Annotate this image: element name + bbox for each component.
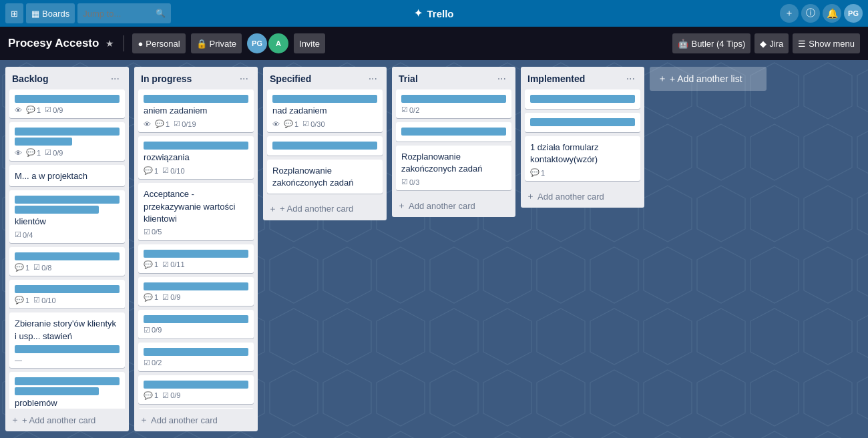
member-avatar-2[interactable]: A <box>268 33 288 53</box>
card-title-i3: 1 działa formularz kontaktowy(wzór) <box>530 142 635 166</box>
home-button[interactable]: ⊞ <box>5 3 23 23</box>
card-b4[interactable]: klientów ☑ 0/4 <box>9 190 125 243</box>
personal-icon: ● <box>138 39 143 49</box>
card-subtitle: aniem zadaniem <box>144 105 248 117</box>
butler-button[interactable]: 🤖 Butler (4 Tips) <box>672 33 750 53</box>
card-title-redacted <box>144 95 248 103</box>
private-tag[interactable]: 🔒 Private <box>191 33 242 53</box>
card-s2[interactable] <box>267 136 383 156</box>
show-menu-label: Show menu <box>809 39 855 49</box>
check-icon: ☑ <box>45 148 51 157</box>
list-menu-button-trial[interactable]: ··· <box>495 72 509 85</box>
comment-icon: 💬 <box>15 296 24 304</box>
card-meta-checklist: ☑ 0/9 <box>45 105 63 114</box>
add-card-button-trial[interactable]: ＋ Add another card <box>392 196 515 216</box>
card-subtitle: nad zadaniem <box>272 105 377 117</box>
card-b5[interactable]: 💬 1 ☑ 0/8 <box>9 247 125 276</box>
card-b2[interactable]: 👁 💬 1 ☑ 0/9 <box>9 122 125 161</box>
check-icon: ☑ <box>15 230 21 239</box>
list-menu-button-specified[interactable]: ··· <box>366 72 380 85</box>
card-title-redacted <box>15 377 120 385</box>
board-title[interactable]: Procesy Accesto <box>8 37 99 50</box>
eye-icon: 👁 <box>144 120 151 128</box>
add-card-button-implemented[interactable]: ＋ Add another card <box>521 186 644 206</box>
card-meta-comments: 💬 1 <box>26 148 41 157</box>
avatar[interactable]: PG <box>844 4 863 23</box>
check-icon: ☑ <box>33 296 40 304</box>
card-title-s3: Rozplanowanie zakończonych zadań <box>272 165 377 189</box>
card-p9[interactable]: Materiały dla klientu... 👥 3 ☑ 0/1 <box>138 408 254 409</box>
personal-tag[interactable]: ● Personal <box>132 33 185 53</box>
boards-button[interactable]: ▦ Boards <box>26 3 75 23</box>
card-meta: ☑ 0/3 <box>401 178 506 186</box>
add-card-button-backlog[interactable]: ＋ + Add another card <box>5 410 129 430</box>
list-body-backlog: 👁 💬 1 ☑ 0/9 👁 💬 1 ☑ 0/9 <box>5 89 129 409</box>
card-p5[interactable]: 💬 1 ☑ 0/9 <box>138 277 254 306</box>
card-p6[interactable]: ☑ 0/9 <box>138 310 254 339</box>
list-menu-button-backlog[interactable]: ··· <box>108 72 122 85</box>
card-meta-checklist: ☑ 0/3 <box>401 178 419 186</box>
list-menu-button-inprogress[interactable]: ··· <box>237 72 251 85</box>
card-b1[interactable]: 👁 💬 1 ☑ 0/9 <box>9 89 125 118</box>
add-card-button-inprogress[interactable]: ＋ Add another card <box>134 410 258 430</box>
card-meta-checklist: ☑ 0/5 <box>144 228 162 236</box>
info-button[interactable]: ⓘ <box>801 4 820 23</box>
card-s3[interactable]: Rozplanowanie zakończonych zadań <box>267 160 383 193</box>
list-menu-button-implemented[interactable]: ··· <box>624 72 638 85</box>
card-p2[interactable]: rozwiązania 💬 1 ☑ 0/10 <box>138 136 254 179</box>
card-meta-comments: 💬 1 <box>15 263 29 272</box>
card-t1[interactable]: ☑ 0/2 <box>396 89 511 118</box>
board-header: Procesy Accesto ★ ● Personal 🔒 Private P… <box>0 27 868 60</box>
add-list-button[interactable]: ＋ + Add another list <box>650 67 767 91</box>
check-icon: ☑ <box>33 263 40 272</box>
card-meta: ☑ 0/2 <box>144 359 248 367</box>
check-icon: ☑ <box>162 260 169 269</box>
card-meta-eye: 👁 <box>15 106 22 114</box>
jira-button[interactable]: ◆ Jira <box>754 33 789 53</box>
card-title-redacted <box>144 315 248 323</box>
invite-button[interactable]: Invite <box>294 33 325 53</box>
card-p4[interactable]: 💬 1 ☑ 0/11 <box>138 244 254 273</box>
list-header-implemented: Implemented ··· <box>521 67 644 89</box>
card-meta-checklist: ☑ 0/9 <box>162 293 180 302</box>
check-icon: ☑ <box>401 105 408 114</box>
list-body-implemented: 1 działa formularz kontaktowy(wzór) 💬 1 <box>521 89 644 185</box>
add-card-button-specified[interactable]: ＋ + Add another card <box>263 199 387 219</box>
check-icon: ☑ <box>144 228 150 236</box>
show-menu-button[interactable]: ☰ Show menu <box>793 33 860 53</box>
card-t3[interactable]: Rozplanowanie zakończonych zadań ☑ 0/3 <box>396 146 511 190</box>
card-meta-checklist: ☑ 0/2 <box>144 359 162 367</box>
card-meta-eye: 👁 <box>144 120 151 128</box>
notification-button[interactable]: 🔔 <box>823 4 841 23</box>
star-button[interactable]: ★ <box>104 37 116 50</box>
card-meta-comments: 💬 1 <box>15 296 29 304</box>
member-avatars: PG A <box>247 33 288 53</box>
card-t2[interactable] <box>396 122 511 142</box>
add-button[interactable]: ＋ <box>780 4 799 23</box>
comment-icon: 💬 <box>26 148 35 157</box>
card-i3[interactable]: 1 działa formularz kontaktowy(wzór) 💬 1 <box>525 136 640 181</box>
card-title-p3: Acceptance - przekazywanie wartości klie… <box>144 188 248 225</box>
comment-icon: 💬 <box>530 168 539 177</box>
card-p8[interactable]: 💬 1 ☑ 0/9 <box>138 375 254 404</box>
add-card-icon: ＋ <box>140 414 148 426</box>
card-meta: ☑ 0/9 <box>144 326 248 335</box>
card-b3[interactable]: M... a w projektach <box>9 165 125 186</box>
card-meta-eye: 👁 <box>272 120 280 128</box>
card-p3[interactable]: Acceptance - przekazywanie wartości klie… <box>138 183 254 240</box>
card-b8[interactable]: problemów <box>9 372 125 409</box>
list-title-trial: Trial <box>399 73 418 84</box>
card-b7[interactable]: Zbieranie story'ów klientyk i usp... sta… <box>9 312 125 367</box>
card-i1[interactable] <box>525 89 640 109</box>
card-b6[interactable]: 💬 1 ☑ 0/10 <box>9 280 125 308</box>
card-p1[interactable]: aniem zadaniem 👁 💬 1 ☑ 0/19 <box>138 89 254 132</box>
card-title-redacted <box>530 95 635 103</box>
card-s1[interactable]: nad zadaniem 👁 💬 1 ☑ 0/30 <box>267 89 383 132</box>
card-meta-comments: 💬 1 <box>144 260 158 269</box>
jira-label: Jira <box>769 39 783 49</box>
card-title-redacted <box>15 285 120 293</box>
list-title-specified: Specified <box>270 73 311 84</box>
card-p7[interactable]: ☑ 0/2 <box>138 343 254 371</box>
card-i2[interactable] <box>525 113 640 132</box>
member-avatar-1[interactable]: PG <box>247 33 267 53</box>
